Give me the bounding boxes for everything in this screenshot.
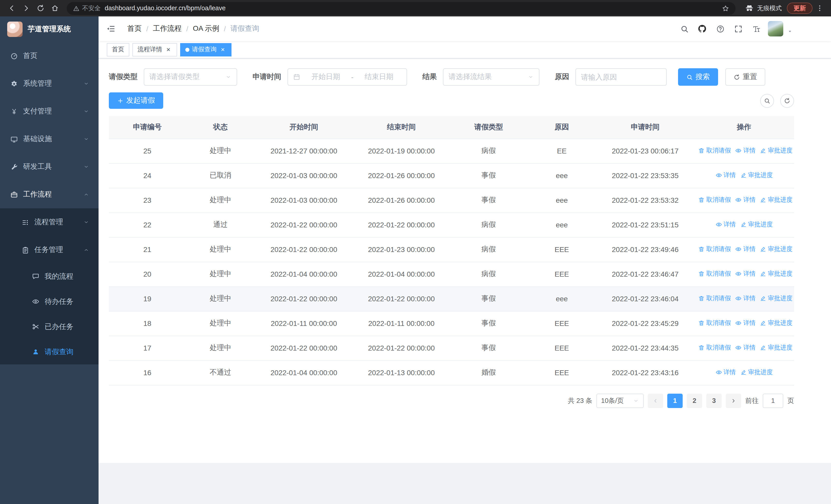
action-detail-link[interactable]: 详情	[715, 171, 736, 180]
action-progress-link[interactable]: 审批进度	[760, 245, 793, 254]
page-2-button[interactable]: 2	[687, 393, 702, 408]
breadcrumb-item[interactable]: OA 示例	[193, 24, 220, 33]
breadcrumb-item[interactable]: 首页	[127, 24, 142, 33]
search-icon	[686, 73, 693, 80]
calendar-icon	[293, 73, 300, 81]
tab-close-icon[interactable]: ×	[219, 46, 226, 53]
action-progress-link[interactable]: 审批进度	[760, 146, 793, 155]
browser-home-button[interactable]	[48, 2, 62, 15]
apply-time-label: 申请时间	[253, 72, 281, 82]
sidebar-item-done-tasks[interactable]: 已办任务	[0, 314, 98, 339]
sidebar-item-home[interactable]: 首页	[0, 42, 98, 70]
page-3-button[interactable]: 3	[706, 393, 722, 408]
action-detail-link[interactable]: 详情	[735, 269, 755, 278]
result-select[interactable]: 请选择流结果	[443, 68, 540, 86]
browser-back-button[interactable]	[5, 2, 19, 15]
tab-leave-query[interactable]: 请假查询×	[180, 43, 231, 56]
cell-reason: EEE	[527, 237, 596, 262]
help-button[interactable]	[714, 23, 726, 35]
cell-leave-type: 事假	[450, 336, 527, 360]
action-progress-link[interactable]: 审批进度	[760, 343, 793, 352]
action-label: 审批进度	[768, 294, 793, 303]
address-bar[interactable]: 不安全 dashboard.yudao.iocoder.cn/bpm/oa/le…	[67, 2, 736, 14]
app-logo[interactable]: 芋道管理系统	[0, 17, 98, 42]
navbar-search-button[interactable]	[678, 23, 690, 35]
tab-home[interactable]: 首页	[107, 43, 130, 56]
action-cancel-link[interactable]: 取消请假	[698, 343, 731, 352]
github-link[interactable]	[696, 23, 708, 35]
action-detail-link[interactable]: 详情	[735, 245, 755, 254]
sidebar-item-task-mgmt[interactable]: 任务管理	[0, 236, 98, 264]
action-progress-link[interactable]: 审批进度	[740, 368, 773, 377]
sidebar-menu: 首页系统管理支付管理基础设施研发工具工作流程流程管理任务管理我的流程待办任务已办…	[0, 42, 98, 504]
sidebar-item-infrastructure[interactable]: 基础设施	[0, 125, 98, 153]
sidebar-item-process-mgmt[interactable]: 流程管理	[0, 208, 98, 236]
cell-leave-type: 事假	[450, 163, 527, 188]
toggle-search-button[interactable]	[760, 94, 774, 108]
action-progress-link[interactable]: 审批进度	[760, 196, 793, 204]
sidebar-item-payment[interactable]: 支付管理	[0, 97, 98, 125]
sidebar-item-workflow[interactable]: 工作流程	[0, 181, 98, 208]
action-detail-link[interactable]: 详情	[735, 146, 755, 155]
browser-forward-button[interactable]	[20, 2, 33, 15]
action-progress-link[interactable]: 审批进度	[740, 220, 773, 229]
action-detail-link[interactable]: 详情	[715, 368, 736, 377]
action-progress-link[interactable]: 审批进度	[740, 171, 773, 180]
font-size-button[interactable]	[750, 23, 762, 35]
action-detail-link[interactable]: 详情	[735, 294, 755, 303]
action-cancel-link[interactable]: 取消请假	[698, 319, 731, 327]
eye-icon	[735, 197, 742, 203]
page-1-button[interactable]: 1	[667, 393, 683, 408]
sidebar-item-todo-tasks[interactable]: 待办任务	[0, 289, 98, 314]
tab-process-detail[interactable]: 流程详情×	[133, 43, 177, 56]
tab-close-icon[interactable]: ×	[165, 46, 172, 53]
leave-type-select[interactable]: 请选择请假类型	[144, 68, 237, 86]
search-button[interactable]: 搜索	[678, 68, 718, 86]
action-detail-link[interactable]: 详情	[735, 319, 755, 327]
sidebar-item-leave-query[interactable]: 请假查询	[0, 339, 98, 364]
sidebar-toggle-button[interactable]	[98, 17, 123, 41]
chevron-right-icon	[730, 397, 737, 404]
update-button[interactable]: 更新	[787, 3, 812, 14]
next-page-button[interactable]	[726, 393, 741, 408]
breadcrumb-item[interactable]: 工作流程	[153, 24, 182, 33]
action-detail-link[interactable]: 详情	[715, 220, 736, 229]
action-cancel-link[interactable]: 取消请假	[698, 269, 731, 278]
goto-page-input[interactable]	[763, 393, 783, 408]
create-leave-button[interactable]: 发起请假	[109, 92, 163, 109]
sidebar-item-my-process[interactable]: 我的流程	[0, 264, 98, 289]
action-progress-link[interactable]: 审批进度	[760, 269, 793, 278]
fullscreen-button[interactable]	[732, 23, 744, 35]
tab-label: 流程详情	[138, 45, 162, 54]
plus-icon	[117, 97, 124, 104]
cell-leave-type: 病假	[450, 237, 527, 262]
reason-input[interactable]	[575, 68, 667, 86]
action-cancel-link[interactable]: 取消请假	[698, 146, 731, 155]
cell-leave-type: 事假	[450, 188, 527, 212]
action-cancel-link[interactable]: 取消请假	[698, 196, 731, 204]
user-avatar[interactable]	[768, 21, 783, 36]
end-date-input[interactable]: 结束日期	[357, 72, 401, 82]
sidebar-item-dev-tools[interactable]: 研发工具	[0, 153, 98, 181]
page-size-select[interactable]: 10条/页	[596, 393, 643, 408]
prev-page-button[interactable]	[648, 393, 663, 408]
avatar-caret-icon[interactable]	[787, 28, 793, 34]
bookmark-star-icon[interactable]	[722, 4, 729, 12]
action-cancel-link[interactable]: 取消请假	[698, 245, 731, 254]
browser-reload-button[interactable]	[34, 2, 47, 15]
action-cancel-link[interactable]: 取消请假	[698, 294, 731, 303]
cell-leave-type: 事假	[450, 287, 527, 311]
sidebar-item-system[interactable]: 系统管理	[0, 70, 98, 97]
chat-bubble-icon	[32, 272, 39, 280]
browser-menu-icon[interactable]	[813, 2, 826, 15]
action-label: 详情	[723, 220, 736, 229]
reset-button[interactable]: 重置	[725, 68, 765, 86]
action-detail-link[interactable]: 详情	[735, 343, 755, 352]
action-progress-link[interactable]: 审批进度	[760, 294, 793, 303]
start-date-input[interactable]: 开始日期	[303, 72, 348, 82]
action-progress-link[interactable]: 审批进度	[760, 319, 793, 327]
action-detail-link[interactable]: 详情	[735, 196, 755, 204]
refresh-table-button[interactable]	[780, 94, 794, 108]
apply-time-range-picker[interactable]: 开始日期 - 结束日期	[287, 68, 407, 86]
delete-icon	[698, 197, 705, 203]
